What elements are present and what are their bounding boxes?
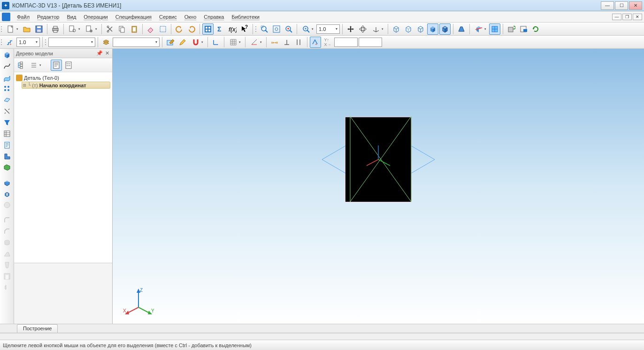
array-tool[interactable] bbox=[1, 84, 13, 94]
3d-viewport[interactable]: Z X Y bbox=[113, 49, 644, 324]
tree-root-row[interactable]: Деталь (Тел-0) bbox=[16, 74, 110, 82]
section-view-button[interactable] bbox=[472, 23, 488, 35]
shaded-edges-button[interactable] bbox=[439, 23, 451, 35]
fx-button[interactable]: f(x) bbox=[227, 23, 238, 35]
library-manager-button[interactable] bbox=[202, 23, 214, 35]
tree-origin-row[interactable]: ⊞ └ (т) Начало координат bbox=[22, 82, 110, 89]
menu-specification[interactable]: Спецификация bbox=[112, 13, 155, 21]
tree-titlebar[interactable]: Дерево модели 📌 ✕ bbox=[14, 49, 112, 58]
rib-tool[interactable] bbox=[1, 249, 13, 259]
step-button[interactable]: + bbox=[4, 37, 15, 48]
paste-button[interactable] bbox=[129, 23, 140, 35]
tree-structure-button[interactable] bbox=[15, 60, 26, 71]
perspective-button[interactable] bbox=[456, 23, 467, 35]
refresh-button[interactable] bbox=[530, 23, 541, 35]
elements-tool[interactable] bbox=[1, 151, 13, 161]
rotate-button[interactable] bbox=[357, 23, 368, 35]
save-button[interactable] bbox=[33, 23, 45, 35]
tree-display-button[interactable] bbox=[27, 60, 43, 71]
mdi-restore-button[interactable]: ❐ bbox=[622, 14, 632, 20]
tree-view1-button[interactable] bbox=[51, 60, 62, 71]
parametric-button[interactable]: + bbox=[310, 37, 321, 48]
grid-button[interactable] bbox=[227, 37, 243, 48]
menu-file[interactable]: Файл bbox=[13, 13, 33, 21]
solid-cube-tool[interactable] bbox=[1, 50, 13, 60]
surface-tool[interactable] bbox=[1, 72, 13, 83]
mdi-close-button[interactable]: ✕ bbox=[633, 14, 642, 20]
xy-readout-button[interactable]: Y↑X→ bbox=[322, 37, 333, 48]
hidden-lines-button[interactable] bbox=[403, 23, 414, 35]
constraint-perp-button[interactable] bbox=[281, 37, 292, 48]
properties-button[interactable] bbox=[83, 23, 99, 35]
show-all-button[interactable] bbox=[518, 23, 529, 35]
maximize-button[interactable]: ☐ bbox=[615, 1, 628, 10]
zoom-fit-button[interactable] bbox=[271, 23, 282, 35]
sketch-button[interactable] bbox=[165, 37, 176, 48]
menu-view[interactable]: Вид bbox=[63, 13, 80, 21]
tree-body[interactable]: Деталь (Тел-0) ⊞ └ (т) Начало координат bbox=[14, 72, 112, 263]
edit-sketch-button[interactable] bbox=[177, 37, 188, 48]
menu-service[interactable]: Сервис bbox=[155, 13, 181, 21]
menu-help[interactable]: Справка bbox=[200, 13, 228, 21]
hole-tool[interactable] bbox=[1, 237, 13, 248]
fillet-tool[interactable] bbox=[1, 215, 13, 225]
toolbar-grip-2[interactable] bbox=[255, 24, 258, 34]
eraser-button[interactable] bbox=[145, 23, 156, 35]
layers-button[interactable] bbox=[100, 37, 112, 48]
expand-icon[interactable]: ⊞ bbox=[23, 82, 26, 88]
orientation-button[interactable] bbox=[369, 23, 385, 35]
help-cursor-button[interactable]: ? bbox=[239, 23, 250, 35]
no-hidden-button[interactable] bbox=[415, 23, 426, 35]
print-button[interactable] bbox=[50, 23, 61, 35]
snap-button[interactable] bbox=[189, 37, 205, 48]
cut-extrude-tool[interactable] bbox=[1, 189, 13, 199]
copy-button[interactable] bbox=[116, 23, 128, 35]
ortho-button[interactable] bbox=[248, 37, 264, 48]
hscroll-area[interactable] bbox=[0, 333, 644, 340]
aux-geom-tool[interactable] bbox=[1, 95, 13, 105]
new-document-button[interactable] bbox=[4, 23, 20, 35]
close-button[interactable]: ✕ bbox=[629, 1, 642, 10]
local-cs-button[interactable] bbox=[210, 37, 222, 48]
style-combo[interactable]: ▾ bbox=[48, 38, 95, 47]
rebuild-button[interactable] bbox=[506, 23, 517, 35]
report-tool[interactable] bbox=[1, 140, 13, 150]
menu-libraries[interactable]: Библиотеки bbox=[228, 13, 263, 21]
pin-icon[interactable]: 📌 bbox=[96, 50, 103, 57]
zoom-window-button[interactable] bbox=[259, 23, 270, 35]
variables-button[interactable]: Σ bbox=[215, 23, 226, 35]
shaded-button[interactable] bbox=[427, 23, 438, 35]
close-panel-button[interactable]: ✕ bbox=[104, 50, 110, 57]
spec-tool[interactable] bbox=[1, 129, 13, 139]
x-field[interactable] bbox=[334, 38, 358, 47]
curve-tool[interactable] bbox=[1, 61, 13, 71]
simplified-button[interactable] bbox=[489, 23, 500, 35]
layer-combo[interactable]: ▾ bbox=[113, 38, 160, 47]
toolbar-grip[interactable] bbox=[1, 24, 3, 34]
preview-button[interactable] bbox=[66, 23, 82, 35]
extrude-tool[interactable] bbox=[1, 177, 13, 188]
scale-combo[interactable]: 1.0▾ bbox=[316, 24, 340, 34]
toolbar-grip-3[interactable] bbox=[1, 37, 3, 47]
wireframe-button[interactable] bbox=[391, 23, 402, 35]
filter-tool[interactable] bbox=[1, 117, 13, 128]
toolbar-grip-4[interactable] bbox=[45, 37, 47, 47]
undo-button[interactable] bbox=[174, 23, 185, 35]
menu-window[interactable]: Окно bbox=[181, 13, 200, 21]
open-button[interactable] bbox=[21, 23, 32, 35]
tree-view2-button[interactable] bbox=[63, 60, 74, 71]
mdi-minimize-button[interactable]: — bbox=[612, 14, 621, 20]
menu-editor[interactable]: Редактор bbox=[33, 13, 63, 21]
redo-button[interactable] bbox=[186, 23, 197, 35]
cut-button[interactable] bbox=[104, 23, 115, 35]
menu-operations[interactable]: Операции bbox=[80, 13, 111, 21]
step-combo[interactable]: 1.0▾ bbox=[16, 38, 40, 47]
dim-auto-button[interactable] bbox=[269, 37, 280, 48]
zoom-scale-button[interactable] bbox=[299, 23, 315, 35]
pan-button[interactable] bbox=[345, 23, 356, 35]
minimize-button[interactable]: — bbox=[601, 1, 614, 10]
thread-tool[interactable] bbox=[1, 282, 13, 293]
sculpt-tool[interactable] bbox=[1, 200, 13, 210]
sheet-body-tool[interactable] bbox=[1, 162, 13, 173]
measure-tool[interactable] bbox=[1, 106, 13, 116]
